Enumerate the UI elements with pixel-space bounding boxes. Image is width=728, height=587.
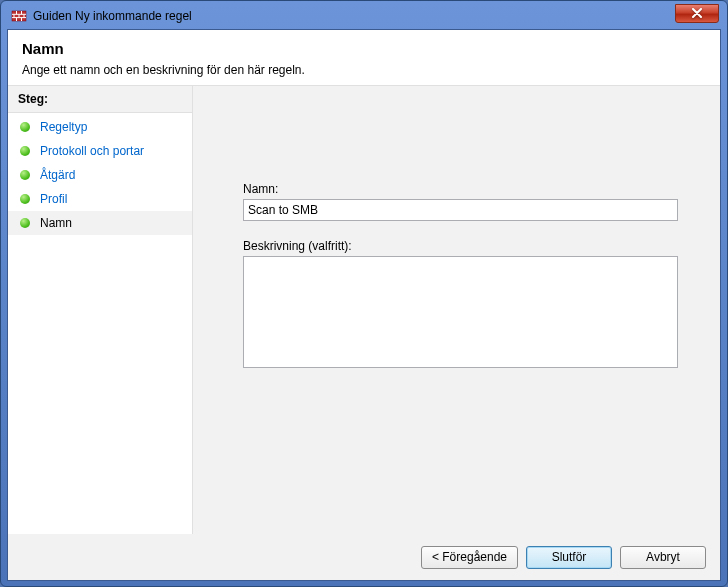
- step-link[interactable]: Åtgärd: [40, 168, 75, 182]
- close-button[interactable]: [675, 4, 719, 23]
- page-title: Namn: [22, 40, 706, 57]
- step-bullet-icon: [20, 194, 30, 204]
- step-bullet-icon: [20, 218, 30, 228]
- back-button[interactable]: < Föregående: [421, 546, 518, 569]
- step-protokoll[interactable]: Protokoll och portar: [8, 139, 192, 163]
- wizard-window: Guiden Ny inkommande regel Namn Ange ett…: [0, 0, 728, 587]
- wizard-body: Steg: Regeltyp Protokoll och portar Åtgä…: [8, 85, 720, 534]
- name-label: Namn:: [243, 182, 678, 196]
- client-area: Namn Ange ett namn och en beskrivning fö…: [7, 29, 721, 581]
- steps-heading: Steg:: [8, 85, 192, 113]
- titlebar: Guiden Ny inkommande regel: [7, 7, 721, 29]
- step-regeltyp[interactable]: Regeltyp: [8, 115, 192, 139]
- name-row: Namn:: [243, 182, 678, 221]
- step-link[interactable]: Profil: [40, 192, 67, 206]
- cancel-button[interactable]: Avbryt: [620, 546, 706, 569]
- close-icon: [691, 8, 703, 18]
- window-title: Guiden Ny inkommande regel: [33, 9, 675, 23]
- step-bullet-icon: [20, 170, 30, 180]
- firewall-icon: [11, 8, 27, 24]
- step-namn: Namn: [8, 211, 192, 235]
- step-link[interactable]: Protokoll och portar: [40, 144, 144, 158]
- wizard-header: Namn Ange ett namn och en beskrivning fö…: [8, 30, 720, 85]
- step-bullet-icon: [20, 122, 30, 132]
- step-atgard[interactable]: Åtgärd: [8, 163, 192, 187]
- description-row: Beskrivning (valfritt):: [243, 239, 678, 371]
- page-description: Ange ett namn och en beskrivning för den…: [22, 63, 706, 77]
- step-profil[interactable]: Profil: [8, 187, 192, 211]
- step-bullet-icon: [20, 146, 30, 156]
- name-input[interactable]: [243, 199, 678, 221]
- finish-button[interactable]: Slutför: [526, 546, 612, 569]
- step-link[interactable]: Regeltyp: [40, 120, 87, 134]
- description-label: Beskrivning (valfritt):: [243, 239, 678, 253]
- steps-sidebar: Steg: Regeltyp Protokoll och portar Åtgä…: [8, 85, 192, 534]
- wizard-content: Namn: Beskrivning (valfritt):: [192, 85, 720, 534]
- wizard-footer: < Föregående Slutför Avbryt: [8, 534, 720, 580]
- step-current-label: Namn: [40, 216, 72, 230]
- description-input[interactable]: [243, 256, 678, 368]
- steps-list: Regeltyp Protokoll och portar Åtgärd Pro…: [8, 113, 192, 235]
